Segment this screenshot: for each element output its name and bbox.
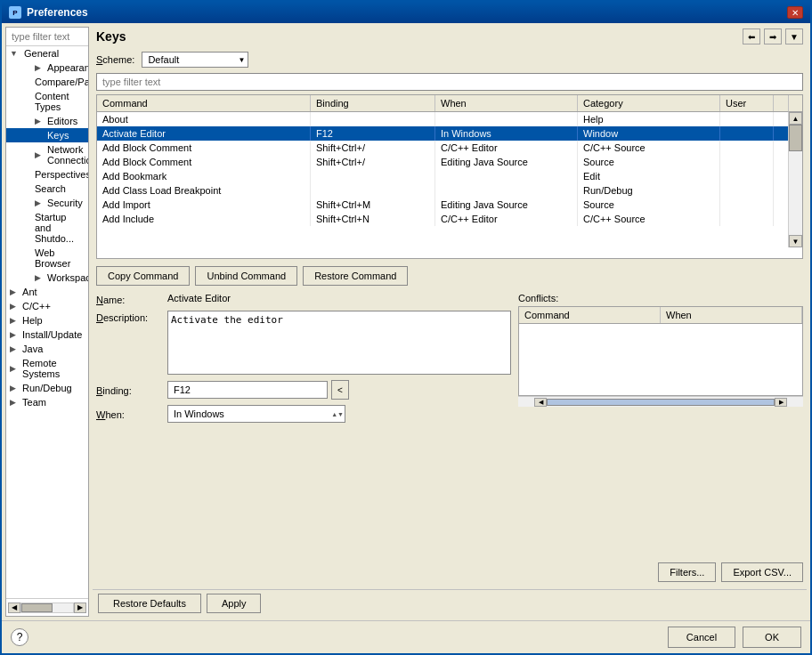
td-command: Add Block Comment <box>97 155 311 169</box>
td-when: C/C++ Editor <box>435 212 578 226</box>
arrow-cpp: ▶ <box>10 302 16 311</box>
sidebar-item-run-debug[interactable]: ▶ Run/Debug <box>6 381 88 395</box>
help-button[interactable]: ? <box>11 628 28 646</box>
td-user <box>720 212 774 226</box>
sidebar-item-label: Editors <box>47 116 77 126</box>
sidebar-item-label: C/C++ <box>22 301 51 311</box>
table-row[interactable]: Add Bookmark Edit <box>97 169 788 183</box>
sidebar-item-remote-systems[interactable]: ▶ Remote Systems <box>6 356 88 381</box>
td-when <box>435 112 578 126</box>
sidebar-item-perspectives[interactable]: Perspectives <box>6 167 88 182</box>
td-command: Add Bookmark <box>97 169 311 183</box>
sidebar-item-general[interactable]: ▼ General <box>6 46 88 61</box>
scroll-right-btn[interactable]: ▶ <box>74 602 86 613</box>
table-body: About Help Activate Editor F12 In Window… <box>97 112 788 247</box>
conflicts-table: Command When <box>518 306 803 396</box>
bottom-left-buttons: Restore Defaults Apply <box>98 594 261 613</box>
filters-button[interactable]: Filters... <box>658 562 716 582</box>
sidebar-item-label: Ant <box>22 287 37 297</box>
restore-defaults-button[interactable]: Restore Defaults <box>98 594 201 613</box>
when-select-wrapper: In Windows In Dialogs and Windows In Dia… <box>167 405 345 423</box>
sidebar-item-label: Keys <box>47 130 69 141</box>
left-panel: ▼ General ▶ Appearance Compare/Patch Con… <box>5 27 89 617</box>
sidebar-item-security[interactable]: ▶ Security <box>6 196 88 210</box>
conflict-scroll-left-btn[interactable]: ◀ <box>534 398 547 407</box>
sidebar-item-cpp[interactable]: ▶ C/C++ <box>6 299 88 313</box>
scroll-track-v <box>789 151 802 235</box>
sidebar-item-label: Help <box>22 315 43 326</box>
table-row[interactable]: Add Block Comment Shift+Ctrl+/ C/C++ Edi… <box>97 141 788 155</box>
arrow-java: ▶ <box>10 344 16 353</box>
preferences-dialog: P Preferences ✕ ▼ General ▶ Appearance C… <box>0 0 812 655</box>
arrow-install: ▶ <box>10 330 16 339</box>
description-label: Description: <box>96 311 167 323</box>
conflicts-body <box>519 324 802 395</box>
copy-command-button[interactable]: Copy Command <box>96 266 190 286</box>
arrow-run-debug: ▶ <box>10 384 16 392</box>
apply-button[interactable]: Apply <box>207 594 262 613</box>
conflict-scroll-thumb[interactable] <box>547 399 775 406</box>
table-row[interactable]: Add Block Comment Shift+Ctrl+/ Editing J… <box>97 155 788 169</box>
scroll-left-btn[interactable]: ◀ <box>8 602 20 613</box>
nav-forward-button[interactable]: ➡ <box>764 28 782 44</box>
unbind-command-button[interactable]: Unbind Command <box>195 266 297 286</box>
arrow-help: ▶ <box>10 316 16 325</box>
sidebar-item-web-browser[interactable]: Web Browser <box>6 246 88 271</box>
restore-command-button[interactable]: Restore Command <box>303 266 408 286</box>
nav-menu-button[interactable]: ▼ <box>785 28 803 44</box>
sidebar-item-label: Content Types <box>35 91 85 112</box>
sidebar-item-keys[interactable]: Keys <box>6 128 88 142</box>
td-category: Window <box>578 126 720 141</box>
name-label: Name: <box>96 293 167 305</box>
td-when: Editing Java Source <box>435 155 578 169</box>
filter-input[interactable] <box>6 28 88 46</box>
scroll-down-btn[interactable]: ▼ <box>789 235 802 247</box>
td-command: Add Class Load Breakpoint <box>97 183 311 198</box>
sidebar-item-workspace[interactable]: ▶ Workspace <box>6 271 88 285</box>
sidebar-item-help[interactable]: ▶ Help <box>6 313 88 328</box>
when-select[interactable]: In Windows In Dialogs and Windows In Dia… <box>167 405 345 423</box>
conflicts-header: Command When <box>519 307 802 324</box>
th-when: When <box>435 95 578 111</box>
conflict-scroll-right-btn[interactable]: ▶ <box>775 398 787 407</box>
nav-back-button[interactable]: ⬅ <box>743 28 760 44</box>
sidebar-item-label: Java <box>22 344 43 354</box>
binding-input[interactable] <box>167 381 328 399</box>
export-csv-button[interactable]: Export CSV... <box>721 562 803 582</box>
description-textarea[interactable]: Activate the editor <box>167 311 511 375</box>
scheme-select[interactable]: Default <box>142 52 248 68</box>
sidebar-item-label: Install/Update <box>22 329 82 340</box>
sidebar-item-search[interactable]: Search <box>6 182 88 196</box>
table-row[interactable]: Add Include Shift+Ctrl+N C/C++ Editor C/… <box>97 212 788 226</box>
table-filter-input[interactable] <box>96 73 803 91</box>
td-category: Edit <box>578 169 720 183</box>
scroll-thumb-h[interactable] <box>21 603 53 612</box>
sidebar-item-appearance[interactable]: ▶ Appearance <box>6 61 88 75</box>
td-binding: Shift+Ctrl+M <box>311 198 435 212</box>
binding-pick-button[interactable]: < <box>331 380 349 400</box>
sidebar-item-network-connection[interactable]: ▶ Network Connectio... <box>6 142 88 167</box>
table-row[interactable]: Activate Editor F12 In Windows Window <box>97 126 788 141</box>
sidebar-item-content-types[interactable]: Content Types <box>6 89 88 114</box>
sidebar-item-java[interactable]: ▶ Java <box>6 342 88 356</box>
td-binding <box>311 112 435 126</box>
sidebar-item-team[interactable]: ▶ Team <box>6 395 88 409</box>
keys-table: Command Binding When Category User About <box>96 94 803 259</box>
table-row[interactable]: Add Import Shift+Ctrl+M Editing Java Sou… <box>97 198 788 212</box>
sidebar-item-ant[interactable]: ▶ Ant <box>6 285 88 299</box>
td-when: In Windows <box>435 126 578 141</box>
table-row[interactable]: Add Class Load Breakpoint Run/Debug <box>97 183 788 198</box>
scroll-thumb-v[interactable] <box>789 125 802 151</box>
table-row[interactable]: About Help <box>97 112 788 126</box>
cancel-button[interactable]: Cancel <box>668 627 735 648</box>
sidebar-item-editors[interactable]: ▶ Editors <box>6 114 88 128</box>
footer-buttons: Cancel OK <box>668 627 801 648</box>
arrow-editors: ▶ <box>35 117 41 125</box>
sidebar-item-label: Search <box>35 183 66 194</box>
scroll-up-btn[interactable]: ▲ <box>789 112 802 125</box>
sidebar-item-install-update[interactable]: ▶ Install/Update <box>6 328 88 342</box>
close-button[interactable]: ✕ <box>787 6 803 19</box>
ok-button[interactable]: OK <box>743 627 801 648</box>
sidebar-item-compare-patch[interactable]: Compare/Patch <box>6 75 88 89</box>
sidebar-item-startup-shutdown[interactable]: Startup and Shutdo... <box>6 210 88 246</box>
